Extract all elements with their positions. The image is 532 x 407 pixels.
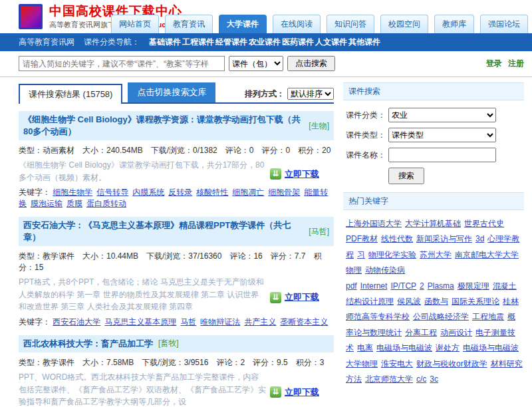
keyword-link[interactable]: 膜泡运输 [31, 199, 63, 208]
result-item: 《细胞生物学 Cell Biology》课程教学资源：课堂教学动画打包下载（共8… [19, 111, 334, 209]
keyword-link[interactable]: 细胞骨架 [268, 188, 300, 197]
keyword-link[interactable]: 马克思主义基本原理 [104, 317, 176, 327]
hot-keyword-link[interactable]: IP/TCP [390, 281, 416, 291]
hot-keyword-link[interactable]: PDF教材 [346, 234, 378, 243]
nav-category-link[interactable]: 农业课件 [249, 37, 281, 47]
download-link[interactable]: 立即下载 [285, 386, 319, 398]
hot-keyword-link[interactable]: pdf [346, 281, 357, 291]
top-nav-tabs: 网站首页 教育资讯 大学课件 在线阅读 知识问答 校园空间 教师库 强国论坛 [111, 15, 528, 33]
hot-keyword-link[interactable]: 分离工程 [405, 328, 437, 337]
result-item: 西北农林科技大学：畜产品加工学 [畜牧] 类型：教学课件 大小：7.58MB 下… [19, 335, 334, 407]
hot-keyword-link[interactable]: 动画设计 [440, 328, 472, 337]
top-tab-news[interactable]: 教育资讯 [165, 15, 213, 33]
hot-keyword-link[interactable]: 苏州大学 [420, 250, 452, 259]
hot-keyword-link[interactable]: 3d [475, 234, 484, 243]
hot-keyword-link[interactable]: 世界古代史 [464, 219, 504, 228]
hot-keyword-link[interactable]: 物理化学实验 [368, 250, 416, 259]
download-block: ⇊ 立即下载 [270, 158, 334, 184]
tab-switch-library[interactable]: 点击切换搜索文库 [128, 82, 215, 102]
keyword-link[interactable]: 细胞凋亡 [232, 188, 264, 197]
sort-label: 排列方式： [245, 88, 285, 100]
result-meta: 类型：动画素材 大小：240.54MB 下载/浏览：0/1382 评论：0 评分… [19, 140, 334, 158]
keyword-link[interactable]: 唯物辩证法 [200, 317, 240, 327]
type-select[interactable]: 课件类型 [388, 128, 496, 142]
nav-category-link[interactable]: 基础课件 [149, 37, 181, 47]
result-description: PPT、WORD格式。西北农林科技大学畜产品加工学完整课件，内容包括完整课件、《… [19, 370, 266, 407]
sidebar-search-button[interactable]: 搜索 [388, 168, 424, 184]
register-link[interactable]: 注册 [508, 59, 524, 68]
hot-keyword-link[interactable]: 北京师范大学 [365, 374, 413, 384]
search-button[interactable]: 点击搜索 [287, 56, 335, 71]
hot-keyword-link[interactable]: 国际关系理论 [452, 297, 499, 306]
keyword-link[interactable]: 内膜系统 [132, 188, 164, 197]
hot-keyword-link[interactable]: 习 [357, 250, 365, 259]
search-input[interactable] [19, 56, 225, 71]
hot-keyword-link[interactable]: 电磁场与电磁波 [376, 343, 432, 352]
tab-search-results[interactable]: 课件搜索结果 (15758) [19, 84, 122, 104]
result-description: PPT格式，共8个PPT，包含绪论；绪论 马克思主义是关于无产阶级和人类解放的科… [19, 275, 266, 313]
nav-category-link[interactable]: 其他课件 [348, 37, 380, 47]
search-bar: 课件（包） 点击搜索 登录 注册 [0, 51, 532, 75]
nav-portal-link[interactable]: 高等教育资讯网 [19, 37, 74, 48]
hot-keyword-link[interactable]: 新闻采访与写作 [416, 234, 472, 243]
top-tab-home[interactable]: 网站首页 [111, 15, 159, 33]
top-tab-qa[interactable]: 知识问答 [327, 15, 374, 33]
hot-keyword-link[interactable]: 公司战略经济学 [413, 312, 469, 321]
keyword-link[interactable]: 质膜 [66, 199, 82, 208]
keyword-link[interactable]: 垄断资本主义 [280, 317, 328, 327]
result-title-link[interactable]: 《细胞生物学 Cell Biology》课程教学资源：课堂教学动画打包下载（共8… [23, 114, 303, 138]
hot-keyword-link[interactable]: Internet [360, 281, 388, 291]
download-link[interactable]: 立即下载 [285, 291, 319, 303]
hot-keyword-link[interactable]: c/c [416, 374, 426, 384]
keyword-link[interactable]: 蛋白质转动 [86, 199, 126, 208]
nav-category-link[interactable]: 人文课件 [315, 37, 347, 47]
download-link[interactable]: 立即下载 [285, 168, 319, 180]
hot-keyword-link[interactable]: 极限定理 [458, 281, 489, 291]
keyword-link[interactable]: 信号转导 [96, 188, 128, 197]
keywords-label: 关键字： [19, 317, 51, 327]
hot-keyword-link[interactable]: 大学物理 [346, 359, 378, 368]
hot-keyword-link[interactable]: Plasma [428, 281, 454, 291]
keyword-link[interactable]: 核酸特性 [196, 188, 228, 197]
result-title-link[interactable]: 西安石油大学：《马克思主义基本原理》精品课程PPT教学课件（共七章） [23, 219, 303, 243]
hot-keyword-link[interactable]: 函数与 [424, 297, 448, 306]
top-tab-courseware[interactable]: 大学课件 [219, 15, 267, 33]
hot-keyword-link[interactable]: 工程地震 [472, 312, 504, 321]
top-tab-reading[interactable]: 在线阅读 [273, 15, 321, 33]
nav-category-link[interactable]: 经管课件 [215, 37, 247, 47]
search-type-select[interactable]: 课件（包） [229, 56, 283, 71]
courseware-name-input[interactable] [388, 148, 496, 162]
category-select[interactable]: 农业 [388, 108, 496, 122]
keyword-link[interactable]: 反转录 [168, 188, 192, 197]
nav-category-link[interactable]: 工程课件 [182, 37, 214, 47]
result-title-link[interactable]: 西北农林科技大学：畜产品加工学 [23, 338, 153, 350]
keyword-link[interactable]: 共产主义 [244, 317, 276, 327]
top-tab-campus[interactable]: 校园空间 [380, 15, 428, 33]
nav-category-link[interactable]: 医药课件 [282, 37, 314, 47]
hot-keyword-link[interactable]: 上海外国语大学 [346, 219, 402, 228]
keyword-link[interactable]: 马哲 [180, 317, 196, 327]
result-title-bar: 西安石油大学：《马克思主义基本原理》精品课程PPT教学课件（共七章） [马哲] [19, 217, 334, 246]
hot-keyword-link[interactable]: 3c [430, 374, 438, 384]
category-nav-bar: 高等教育资讯网 课件分类导航： 基础课件工程课件经管课件农业课件医药课件人文课件… [0, 33, 532, 51]
result-title-bar: 《细胞生物学 Cell Biology》课程教学资源：课堂教学动画打包下载（共8… [19, 111, 334, 140]
hot-keyword-link[interactable]: 大学计算机基础 [405, 219, 461, 228]
sort-select[interactable]: 默认排序 [287, 88, 334, 100]
hot-keyword-link[interactable]: 电离 [357, 343, 373, 352]
top-tab-teachers[interactable]: 教师库 [434, 15, 474, 33]
hot-keyword-link[interactable]: 财政与税收or财政学 [416, 359, 487, 368]
keyword-link[interactable]: 细胞生物学 [53, 188, 92, 197]
hot-keyword-link[interactable]: 动物传染病 [365, 265, 405, 275]
top-tab-forum[interactable]: 强国论坛 [480, 15, 528, 33]
login-link[interactable]: 登录 [486, 59, 502, 68]
hot-keyword-link[interactable]: 线性代数 [381, 234, 413, 243]
hot-keyword-link[interactable]: 谢处方 [436, 343, 460, 352]
hot-keyword-link[interactable]: 2 [420, 281, 424, 291]
hot-keyword-link[interactable]: 淮安电大 [381, 359, 413, 368]
hot-keyword-link[interactable]: 电磁场与电磁波 [463, 343, 519, 352]
hot-keyword-link[interactable]: 侯风波 [397, 297, 421, 306]
keyword-link[interactable]: 西安石油大学 [53, 317, 100, 327]
main-content: 课件搜索结果 (15758) 点击切换搜索文库 排列方式： 默认排序 《细胞生物… [0, 77, 532, 407]
download-block: ⇊ 立即下载 [270, 370, 334, 407]
results-column: 课件搜索结果 (15758) 点击切换搜索文库 排列方式： 默认排序 《细胞生物… [19, 82, 334, 407]
